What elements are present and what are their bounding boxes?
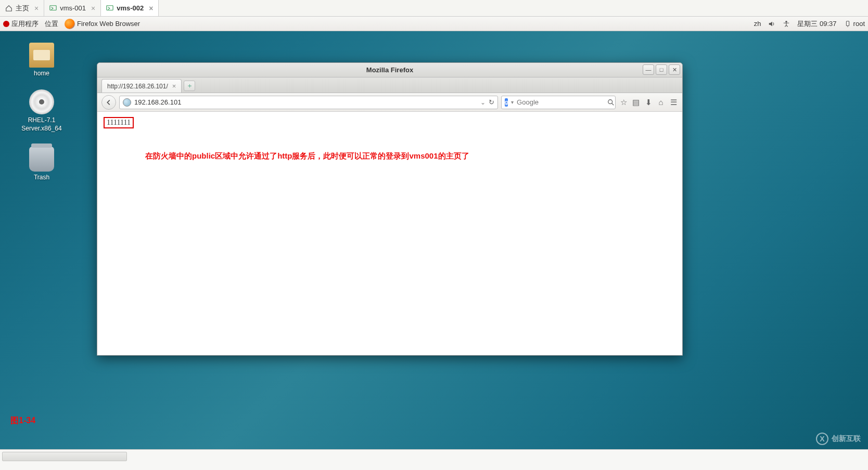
firefox-icon [65,19,75,29]
desktop-icon-label: home [16,70,68,77]
active-app-indicator[interactable]: Firefox Web Browser [65,19,140,29]
vm-tab-vms001[interactable]: vms-001 × [44,0,101,16]
watermark: X 创新互联 [816,433,861,445]
page-content: 1111111 在防火墙中的public区域中允许通过了http服务后，此时便可… [97,112,682,355]
trash-icon [29,147,54,172]
places-label: 位置 [45,19,58,29]
globe-icon [123,98,131,107]
vm-tab-home[interactable]: 主页 × [0,0,44,16]
new-tab-button[interactable]: ＋ [184,81,195,91]
places-menu[interactable]: 位置 [45,19,58,29]
host-bottom-panel [0,449,868,470]
figure-caption: 图1-34 [10,415,35,426]
applications-label: 应用程序 [11,19,39,29]
vm-tab-label: vms-002 [117,4,144,12]
firefox-navbar: ⌄ ↻ g ▾ ☆ ▤ ⬇ ⌂ ☰ [97,93,682,112]
vm-tab-vms002[interactable]: vms-002 × [101,0,159,16]
accessibility-indicator[interactable] [783,20,790,28]
datetime-indicator[interactable]: 星期三 09:37 [797,19,836,29]
folder-home-icon [29,43,54,68]
url-bar[interactable]: ⌄ ↻ [119,96,498,109]
host-taskbar-placeholder[interactable] [2,452,127,461]
user-menu[interactable]: root [844,20,865,28]
page-body-text: 1111111 [104,117,134,128]
gnome-top-panel: 应用程序 位置 Firefox Web Browser zh 星期三 09:37… [0,17,868,31]
desktop-icon-home[interactable]: home [16,43,68,77]
downloads-icon[interactable]: ⬇ [644,98,653,107]
browser-tab-title: http://192.168.26.101/ [107,83,168,90]
desktop-icon-label: Trash [16,174,68,181]
desktop-icon-trash[interactable]: Trash [16,147,68,181]
user-label: root [853,20,865,28]
home-icon [5,5,12,12]
google-icon: g [505,98,508,107]
svg-point-2 [786,20,788,22]
redhat-icon [3,21,9,27]
volume-indicator[interactable] [768,20,775,28]
search-input[interactable] [517,98,604,106]
window-title: Mozilla Firefox [366,66,413,74]
reload-icon[interactable]: ↻ [489,98,494,106]
hamburger-menu-icon[interactable]: ☰ [669,98,678,107]
minimize-button[interactable]: — [643,64,654,75]
firefox-tabstrip: http://192.168.26.101/ × ＋ [97,77,682,93]
applications-menu[interactable]: 应用程序 [3,19,39,29]
disc-icon [29,89,54,114]
back-button[interactable] [101,95,116,110]
reader-icon[interactable]: ▤ [631,98,641,107]
vm-tab-home-label: 主页 [16,4,29,13]
watermark-logo-icon: X [816,433,828,445]
svg-point-4 [608,99,612,103]
svg-rect-1 [107,5,113,10]
close-icon[interactable]: × [149,4,153,12]
desktop-icon-label: RHEL-7.1 Server.x86_64 [16,116,68,133]
close-icon[interactable]: × [34,4,39,12]
close-icon[interactable]: × [91,4,95,12]
active-app-label: Firefox Web Browser [77,20,140,28]
volume-icon [768,20,775,28]
browser-tab[interactable]: http://192.168.26.101/ × [101,79,182,93]
close-button[interactable]: ✕ [669,64,680,75]
search-icon[interactable] [607,99,615,106]
desktop-icon-dvd[interactable]: RHEL-7.1 Server.x86_64 [16,89,68,133]
chevron-down-icon[interactable]: ▾ [511,99,514,105]
monitor-icon [49,5,57,12]
firefox-titlebar[interactable]: Mozilla Firefox — □ ✕ [97,63,682,77]
bookmark-star-icon[interactable]: ☆ [619,98,628,107]
search-bar[interactable]: g ▾ [501,96,616,109]
close-icon[interactable]: × [172,82,176,90]
maximize-button[interactable]: □ [656,64,667,75]
power-icon [844,20,851,28]
vm-tab-label: vms-001 [60,4,86,12]
accessibility-icon [783,20,790,28]
url-input[interactable] [134,98,477,106]
annotation-text: 在防火墙中的public区域中允许通过了http服务后，此时便可以正常的登录到v… [145,151,469,161]
firefox-window: Mozilla Firefox — □ ✕ http://192.168.26.… [97,62,683,356]
watermark-text: 创新互联 [832,434,861,443]
monitor-icon [106,5,113,12]
home-icon[interactable]: ⌂ [656,98,666,107]
svg-rect-0 [50,5,56,10]
chevron-down-icon[interactable]: ⌄ [480,99,486,106]
back-arrow-icon [105,99,112,106]
svg-rect-3 [846,21,849,25]
input-method-indicator[interactable]: zh [754,20,761,28]
vm-host-tabstrip: 主页 × vms-001 × vms-002 × [0,0,868,17]
